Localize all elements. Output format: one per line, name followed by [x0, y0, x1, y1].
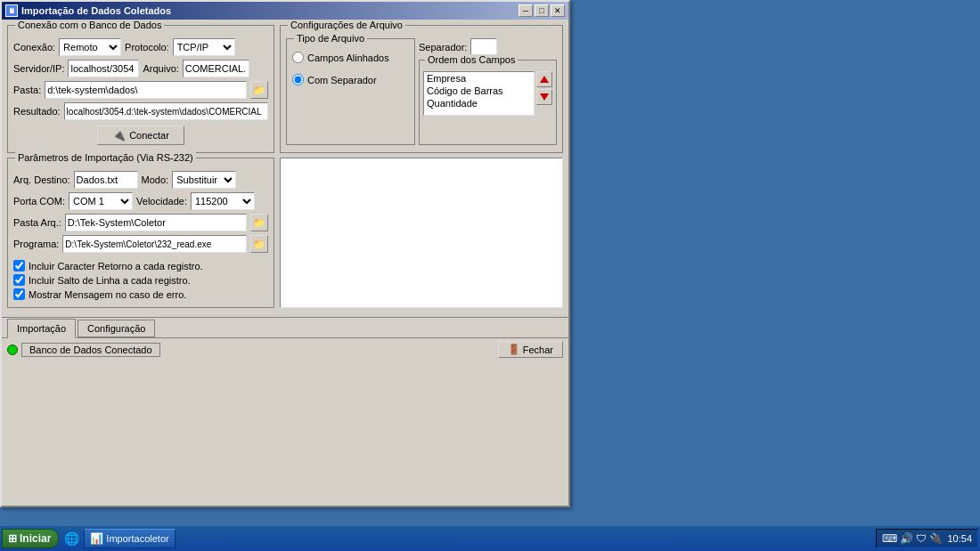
protocolo-select[interactable]: TCP/IP	[173, 38, 235, 56]
programa-input[interactable]	[62, 235, 247, 253]
check1-checkbox[interactable]	[13, 260, 25, 271]
svg-marker-0	[540, 76, 549, 83]
taskbar-icon-2: 🔊	[900, 532, 913, 545]
programa-browse-btn[interactable]: 📁	[250, 235, 268, 253]
fechar-button[interactable]: 🚪 Fechar	[498, 341, 563, 358]
taskbar-icon-1: ⌨	[882, 532, 897, 545]
connection-group-label: Conexão com o Banco de Dados	[15, 20, 164, 30]
taskbar-icon-4: 🔌	[929, 532, 943, 545]
modo-select[interactable]: Substituir	[172, 171, 236, 189]
porta-com-label: Porta COM:	[13, 196, 65, 207]
velocidade-label: Velocidade:	[136, 196, 187, 207]
separador-input[interactable]	[470, 38, 497, 56]
arquivo-input[interactable]	[183, 60, 249, 77]
programa-label: Programa:	[13, 239, 59, 249]
check2-checkbox[interactable]	[13, 274, 25, 286]
check2-label: Incluir Salto de Linha a cada registro.	[29, 275, 191, 286]
ordem-item-quantidade[interactable]: Quantidade	[424, 97, 534, 109]
arq-destino-input[interactable]	[74, 171, 138, 189]
com-separador-radio[interactable]: Com Separador	[292, 74, 409, 85]
protocolo-label: Protocolo:	[125, 42, 169, 53]
status-indicator	[7, 344, 18, 355]
app-taskbar-btn[interactable]: 📊 Importacoletor	[84, 529, 175, 548]
servidor-label: Servidor/IP:	[13, 63, 64, 74]
taskbar: ⊞ Iniciar 🌐 📊 Importacoletor ⌨ 🔊 🛡 🔌 10:…	[0, 526, 980, 551]
tab-configuracao[interactable]: Configuração	[78, 320, 155, 337]
start-button[interactable]: ⊞ Iniciar	[2, 529, 59, 548]
check3-label: Mostrar Mensagem no caso de erro.	[29, 289, 186, 300]
connection-group: Conexão com o Banco de Dados Conexão: Re…	[7, 25, 274, 153]
tipo-arquivo-group: Tipo de Arquivo Campos Alinhados Com Sep…	[286, 38, 415, 145]
ordem-item-codbarras[interactable]: Código de Barras	[424, 85, 534, 97]
maximize-button[interactable]: □	[535, 4, 549, 17]
dialog-window: 📋 Importação de Dados Coletados ─ □ ✕ Co…	[0, 0, 570, 507]
conexao-select[interactable]: Remoto	[59, 38, 121, 56]
dialog-status-bar: Banco de Dados Conectado 🚪 Fechar	[2, 337, 568, 361]
separador-label: Separador:	[419, 42, 467, 53]
import-params-group: Parâmetros de Importação (Via RS-232) Ar…	[7, 158, 274, 308]
file-config-label: Configurações de Arquivo	[288, 20, 405, 30]
arq-destino-label: Arq. Destino:	[13, 174, 70, 185]
preview-area	[280, 158, 563, 308]
taskbar-time: 10:54	[947, 533, 972, 544]
ordem-item-empresa[interactable]: Empresa	[424, 72, 534, 85]
pasta-arq-input[interactable]	[65, 214, 247, 231]
ordem-list: Empresa Código de Barras Quantidade	[423, 71, 535, 116]
modo-label: Modo:	[142, 174, 169, 185]
svg-marker-1	[540, 93, 549, 101]
close-button[interactable]: ✕	[551, 4, 565, 17]
file-config-group: Configurações de Arquivo Tipo de Arquivo…	[280, 25, 563, 153]
pasta-input[interactable]	[45, 81, 247, 99]
check2-row[interactable]: Incluir Salto de Linha a cada registro.	[13, 274, 268, 286]
connect-button[interactable]: 🔌 Conectar	[97, 126, 184, 145]
title-bar: 📋 Importação de Dados Coletados ─ □ ✕	[2, 2, 568, 20]
servidor-input[interactable]	[68, 60, 139, 77]
campos-alinhados-radio[interactable]: Campos Alinhados	[292, 52, 409, 63]
pasta-arq-browse-btn[interactable]: 📁	[250, 214, 268, 231]
dialog-icon: 📋	[5, 4, 18, 17]
tabs-bar: Importação Configuração	[2, 317, 568, 337]
import-params-label: Parâmetros de Importação (Via RS-232)	[15, 152, 196, 163]
check3-checkbox[interactable]	[13, 288, 25, 300]
status-text: Banco de Dados Conectado	[21, 343, 160, 357]
check1-label: Incluir Caracter Retorno a cada registro…	[29, 261, 203, 271]
pasta-label: Pasta:	[13, 85, 41, 95]
check1-row[interactable]: Incluir Caracter Retorno a cada registro…	[13, 260, 268, 271]
pasta-arq-label: Pasta Arq.:	[13, 217, 61, 228]
velocidade-select[interactable]: 115200	[191, 192, 255, 210]
minimize-button[interactable]: ─	[519, 4, 533, 17]
tipo-arquivo-label: Tipo de Arquivo	[294, 33, 367, 44]
conexao-label: Conexão:	[13, 42, 55, 53]
move-up-button[interactable]	[536, 71, 552, 87]
check3-row[interactable]: Mostrar Mensagem no caso de erro.	[13, 288, 268, 300]
porta-com-select[interactable]: COM 1	[69, 192, 133, 210]
ordem-campos-label: Ordem dos Campos	[425, 54, 518, 65]
resultado-label: Resultado:	[13, 106, 61, 117]
taskbar-right: ⌨ 🔊 🛡 🔌 10:54	[876, 529, 978, 548]
resultado-input[interactable]	[64, 102, 268, 120]
taskbar-icon-3: 🛡	[916, 532, 927, 545]
app-btn-label: Importacoletor	[106, 533, 168, 544]
ordem-campos-group: Ordem dos Campos Empresa Código de Barra…	[419, 60, 557, 145]
arquivo-label: Arquivo:	[143, 63, 178, 74]
dialog-title: Importação de Dados Coletados	[21, 5, 171, 16]
pasta-browse-btn[interactable]: 📁	[250, 81, 268, 99]
move-down-button[interactable]	[536, 89, 552, 105]
start-label: Iniciar	[20, 532, 51, 545]
dialog-content: Conexão com o Banco de Dados Conexão: Re…	[2, 20, 568, 313]
ie-icon-btn[interactable]: 🌐	[61, 529, 82, 548]
tab-importacao[interactable]: Importação	[7, 319, 76, 338]
